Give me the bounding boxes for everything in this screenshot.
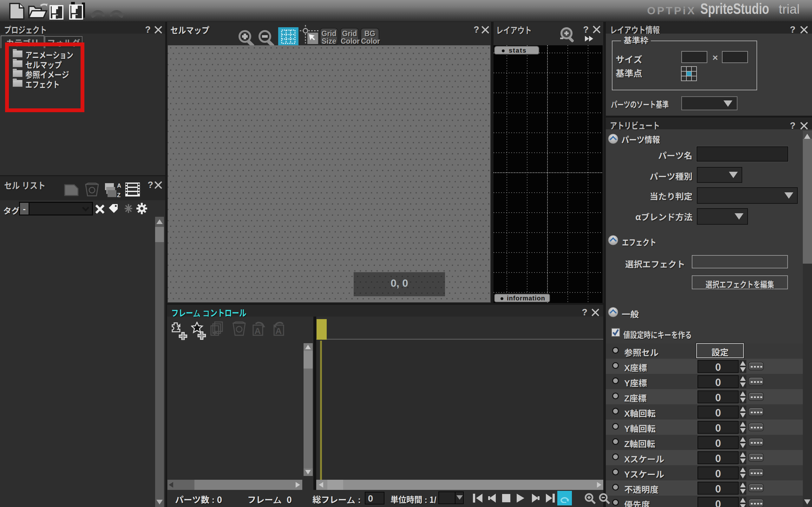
svg-text:A: A bbox=[254, 326, 261, 336]
svg-text:Z: Z bbox=[117, 192, 120, 198]
svg-text:A: A bbox=[117, 182, 121, 189]
